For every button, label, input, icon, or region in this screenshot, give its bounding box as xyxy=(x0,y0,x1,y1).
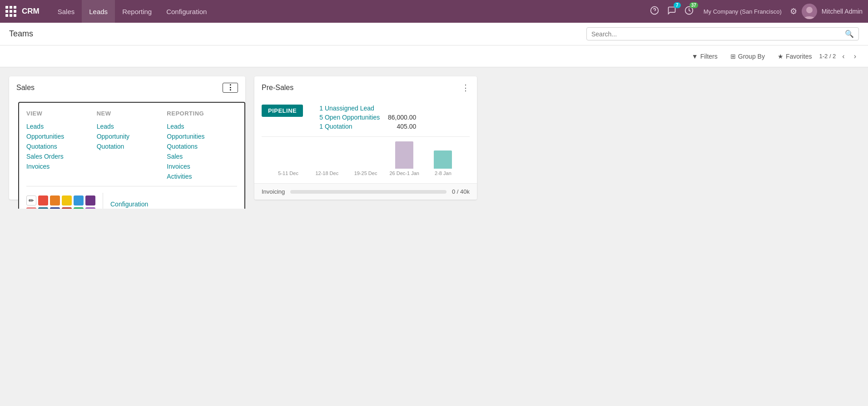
open-opps-value: 86,000.00 xyxy=(384,114,416,121)
report-sales-link[interactable]: Sales xyxy=(167,151,230,161)
view-salesorders-link[interactable]: Sales Orders xyxy=(26,151,89,161)
groupby-button[interactable]: ⊞ Group By xyxy=(725,50,770,62)
dropdown-footer: ✏ xyxy=(26,191,237,209)
brand-logo[interactable]: CRM xyxy=(22,7,40,16)
open-opps-stat: 5 Open Opportunities 86,000.00 xyxy=(319,114,416,121)
dropdown-divider xyxy=(26,186,237,186)
page-title: Teams xyxy=(9,29,586,39)
chat-icon[interactable]: 7 xyxy=(665,4,678,19)
color-yellow[interactable] xyxy=(62,195,72,206)
activity-badge: 37 xyxy=(689,2,698,8)
new-quotation-link[interactable]: Quotation xyxy=(97,141,160,151)
apps-icon[interactable] xyxy=(5,6,16,17)
unassigned-link[interactable]: 1 Unassigned Lead xyxy=(319,105,374,112)
search-icon[interactable]: 🔍 xyxy=(845,30,854,38)
color-red[interactable] xyxy=(38,195,48,206)
color-pink[interactable] xyxy=(26,207,36,209)
toolbar: ▼ Filters ⊞ Group By ★ Favorites 1-2 / 2… xyxy=(0,45,868,67)
main-content: Sales ⋮ View Leads Opportunities Quotati… xyxy=(0,67,868,209)
color-violet[interactable] xyxy=(85,207,95,209)
color-green[interactable] xyxy=(74,207,84,209)
user-name[interactable]: Mitchell Admin xyxy=(822,8,863,15)
star-icon: ★ xyxy=(778,53,784,60)
view-col-title: View xyxy=(26,110,89,117)
report-leads-link[interactable]: Leads xyxy=(167,121,230,131)
search-bar[interactable]: 🔍 xyxy=(586,27,859,40)
search-input[interactable] xyxy=(591,30,845,38)
dropdown-columns: View Leads Opportunities Quotations Sale… xyxy=(26,110,237,181)
color-teal[interactable] xyxy=(38,207,48,209)
color-blue[interactable] xyxy=(74,195,84,206)
color-row-1: ✏ xyxy=(26,195,95,206)
open-opps-link[interactable]: 5 Open Opportunities xyxy=(319,114,380,121)
chart-bar-4: 26 Dec-1 Jan xyxy=(385,141,424,176)
view-opportunities-link[interactable]: Opportunities xyxy=(26,131,89,141)
chart-bar-1: 5-11 Dec xyxy=(269,169,308,176)
new-opportunity-link[interactable]: Opportunity xyxy=(97,131,160,141)
quotation-stat: 1 Quotation 405.00 xyxy=(319,123,416,130)
color-edit-button[interactable]: ✏ xyxy=(26,195,36,206)
secondary-nav: Teams 🔍 xyxy=(0,23,868,45)
nav-leads[interactable]: Leads xyxy=(82,0,115,23)
top-menu: Sales Leads Reporting Configuration xyxy=(50,0,646,23)
next-page-button[interactable]: › xyxy=(851,51,859,61)
chart-bar-2: 12-18 Dec xyxy=(308,169,346,176)
nav-reporting[interactable]: Reporting xyxy=(115,0,159,23)
new-leads-link[interactable]: Leads xyxy=(97,121,160,131)
pagination: 1-2 / 2 ‹ › xyxy=(819,51,859,61)
sales-card-title: Sales xyxy=(16,84,35,92)
dropdown-reporting-col: Reporting Leads Opportunities Quotations… xyxy=(167,110,237,181)
color-purple-dark[interactable] xyxy=(85,195,95,206)
color-orange[interactable] xyxy=(50,195,60,206)
view-quotations-link[interactable]: Quotations xyxy=(26,141,89,151)
avatar[interactable] xyxy=(802,4,817,19)
bar-label-dec26-jan1: 26 Dec-1 Jan xyxy=(389,170,419,176)
company-name[interactable]: My Company (San Francisco) xyxy=(700,8,785,15)
support-icon[interactable] xyxy=(648,4,661,19)
chart-bar-3: 19-25 Dec xyxy=(346,169,385,176)
presales-stats-row: PIPELINE 1 Unassigned Lead 5 Open Opport… xyxy=(262,105,470,132)
filters-button[interactable]: ▼ Filters xyxy=(686,50,723,62)
bar-jan2-8 xyxy=(434,150,452,169)
nav-sales[interactable]: Sales xyxy=(50,0,82,23)
filter-icon: ▼ xyxy=(692,53,698,60)
report-invoices-link[interactable]: Invoices xyxy=(167,161,230,171)
chat-badge: 7 xyxy=(674,2,681,8)
sales-card-header: Sales ⋮ xyxy=(9,76,245,99)
color-navy[interactable] xyxy=(50,207,60,209)
presales-menu-button[interactable]: ⋮ xyxy=(461,83,470,93)
color-picker: ✏ xyxy=(26,195,95,209)
unassigned-stat: 1 Unassigned Lead xyxy=(319,105,416,112)
dropdown-view-col: View Leads Opportunities Quotations Sale… xyxy=(26,110,97,181)
sales-dropdown-menu: View Leads Opportunities Quotations Sale… xyxy=(18,102,245,209)
presales-body: PIPELINE 1 Unassigned Lead 5 Open Opport… xyxy=(254,99,477,183)
topnav-right: 7 37 My Company (San Francisco) ⚙ Mitche… xyxy=(648,4,863,19)
bar-dec26-jan1 xyxy=(395,141,413,169)
quotation-link[interactable]: 1 Quotation xyxy=(319,123,352,130)
reporting-col-title: Reporting xyxy=(167,110,230,117)
bar-label-jan2-8: 2-8 Jan xyxy=(435,170,451,176)
config-link[interactable]: Configuration xyxy=(110,199,148,209)
invoicing-bar: Invoicing 0 / 40k xyxy=(254,183,477,200)
report-activities-link[interactable]: Activities xyxy=(167,171,230,181)
quotation-value: 405.00 xyxy=(384,123,416,130)
bar-label-dec5-11: 5-11 Dec xyxy=(278,170,298,176)
report-opportunities-link[interactable]: Opportunities xyxy=(167,131,230,141)
prev-page-button[interactable]: ‹ xyxy=(839,51,847,61)
nav-configuration[interactable]: Configuration xyxy=(159,0,214,23)
sales-card-menu-button[interactable]: ⋮ xyxy=(223,83,238,93)
favorites-button[interactable]: ★ Favorites xyxy=(772,50,818,62)
settings-icon[interactable]: ⚙ xyxy=(790,6,797,16)
bar-label-dec19-25: 19-25 Dec xyxy=(354,170,377,176)
chart-container: 5-11 Dec 12-18 Dec 19-25 Dec 26 Dec-1 Ja… xyxy=(262,136,470,178)
presales-card-header: Pre-Sales ⋮ xyxy=(254,76,477,99)
invoicing-progress-bar xyxy=(290,190,446,194)
dropdown-new-col: New Leads Opportunity Quotation xyxy=(97,110,167,181)
view-leads-link[interactable]: Leads xyxy=(26,121,89,131)
pipeline-button[interactable]: PIPELINE xyxy=(262,105,303,117)
view-invoices-link[interactable]: Invoices xyxy=(26,161,89,171)
color-crimson[interactable] xyxy=(62,207,72,209)
report-quotations-link[interactable]: Quotations xyxy=(167,141,230,151)
activity-icon[interactable]: 37 xyxy=(683,4,695,19)
bar-label-dec12-18: 12-18 Dec xyxy=(315,170,338,176)
